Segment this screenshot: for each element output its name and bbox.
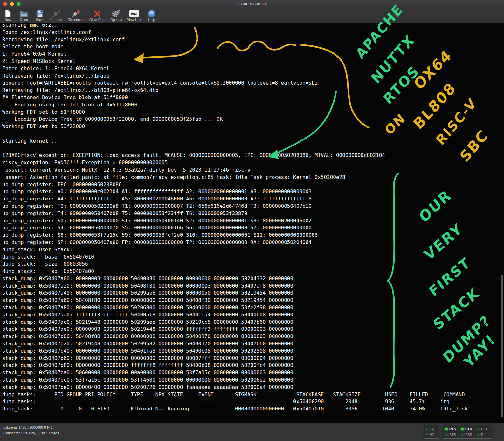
dtr-led-label: DTR xyxy=(465,427,472,431)
title-bar[interactable]: Ox64 BL808.stc xyxy=(0,0,504,8)
toolbar-button-label: Clear Data xyxy=(89,18,105,22)
zoom-button[interactable] xyxy=(17,2,21,6)
modem-led-group: RTS DTR DCD CTS DSR RI xyxy=(442,425,493,439)
dsr-led: DSR xyxy=(461,433,474,437)
help-icon: ? xyxy=(148,9,155,18)
connection-status: Connected 00:01:20, 7708 / 0 bytes xyxy=(3,431,59,435)
status-bar: usbserial-1420 / 2000000 8-N-1 Connected… xyxy=(0,423,504,441)
traffic-lights xyxy=(3,2,21,6)
cts-led: CTS xyxy=(445,433,458,437)
help-icon-text: ? xyxy=(150,11,153,16)
dtr-led[interactable]: DTR xyxy=(461,427,474,431)
app-window: Ox64 BL808.stc New Open Save Connec xyxy=(0,0,504,441)
rts-led[interactable]: RTS xyxy=(445,427,458,431)
save-icon xyxy=(36,9,43,18)
rx-led-light xyxy=(425,433,428,436)
toolbar-button-label: View Hex xyxy=(127,18,141,22)
toolbar-button-label: New xyxy=(4,18,11,22)
disconnect-button[interactable]: Disconnect xyxy=(68,9,84,22)
dsr-led-light xyxy=(461,433,464,436)
tx-rx-led-group: TX RX xyxy=(423,425,439,439)
minimize-button[interactable] xyxy=(10,2,14,6)
connect-icon xyxy=(52,9,61,18)
ri-led-light xyxy=(477,433,480,436)
new-button[interactable]: New xyxy=(3,9,13,22)
window-title: Ox64 BL808.stc xyxy=(237,2,267,6)
hex-icon-text: HEX xyxy=(131,12,137,15)
view-hex-button[interactable]: HEX View Hex xyxy=(127,9,141,22)
clear-data-button[interactable]: Clear Data xyxy=(89,9,105,22)
dcd-led-light xyxy=(477,428,480,430)
tx-led: TX xyxy=(425,427,437,431)
rx-led: RX xyxy=(425,432,437,436)
ri-led-label: RI xyxy=(481,433,485,437)
disconnect-icon xyxy=(72,9,80,18)
help-button[interactable]: ? Help xyxy=(146,9,157,22)
tx-led-label: TX xyxy=(430,427,434,431)
toolbar-button-label: Help xyxy=(148,18,155,22)
serial-port-settings: usbserial-1420 / 2000000 8-N-1 xyxy=(3,425,53,429)
options-button[interactable]: Options xyxy=(110,9,122,22)
terminal-area[interactable]: Scanning mmc 0:2... Found /extlinux/extl… xyxy=(0,24,504,423)
dtr-led-light xyxy=(461,428,464,430)
cts-led-light xyxy=(445,433,448,436)
new-document-icon xyxy=(4,9,11,18)
vertical-scrollbar-thumb[interactable] xyxy=(501,275,503,417)
toolbar-button-label: Disconnect xyxy=(68,18,84,22)
terminal-output[interactable]: Scanning mmc 0:2... Found /extlinux/extl… xyxy=(2,24,504,413)
close-button[interactable] xyxy=(3,2,7,6)
toolbar-button-label: Connect xyxy=(50,18,63,22)
toolbar-button-label: Options xyxy=(110,18,122,22)
rx-led-label: RX xyxy=(430,432,434,436)
connect-button[interactable]: Connect xyxy=(50,9,63,22)
cts-led-label: CTS xyxy=(449,433,456,437)
open-button[interactable]: Open xyxy=(18,9,29,22)
toolbar-button-label: Open xyxy=(20,18,28,22)
tx-led-light xyxy=(425,428,428,431)
dcd-led-label: DCD xyxy=(481,427,488,431)
rts-led-light xyxy=(445,428,448,430)
dcd-led: DCD xyxy=(477,427,490,431)
rts-led-label: RTS xyxy=(449,427,456,431)
open-folder-icon xyxy=(20,9,28,18)
toolbar: New Open Save Connect Disconnect xyxy=(0,8,504,23)
options-gear-icon xyxy=(112,9,121,18)
clear-data-icon xyxy=(93,9,101,18)
toolbar-button-label: Save xyxy=(36,18,44,22)
save-button[interactable]: Save xyxy=(34,9,45,22)
view-hex-icon: HEX xyxy=(129,9,139,18)
ri-led: RI xyxy=(477,433,490,437)
dsr-led-label: DSR xyxy=(465,433,472,437)
